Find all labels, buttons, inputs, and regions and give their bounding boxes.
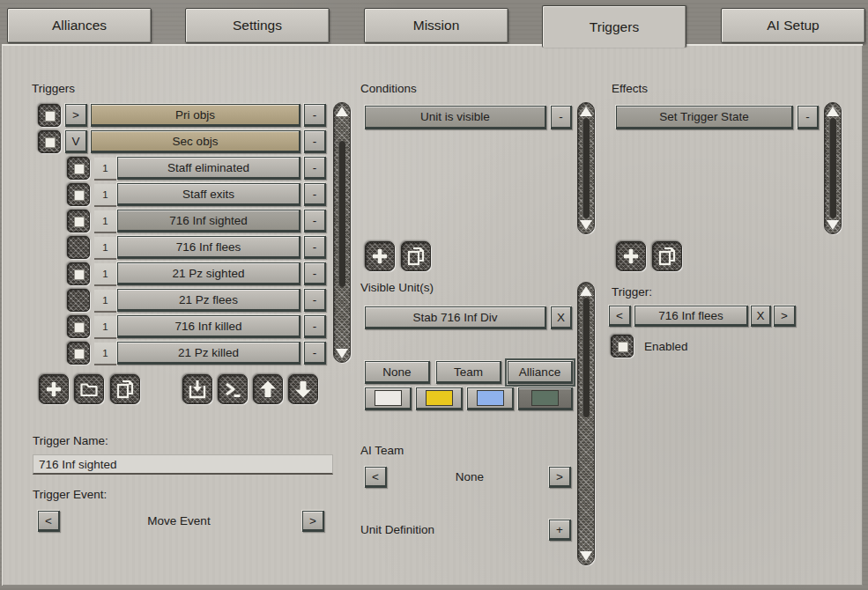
- effect-trigger-clear-button[interactable]: X: [751, 306, 771, 327]
- remove-trigger-button[interactable]: -: [304, 104, 326, 127]
- move-up-button[interactable]: [253, 374, 283, 404]
- prompt-trigger-button[interactable]: [218, 374, 248, 404]
- remove-trigger-button[interactable]: -: [304, 289, 326, 312]
- ai-team-prev-button[interactable]: <: [365, 467, 387, 488]
- import-trigger-button[interactable]: [182, 374, 212, 404]
- group-trigger-button[interactable]: [74, 374, 104, 404]
- ai-team-next-button[interactable]: >: [549, 467, 571, 488]
- scroll-up-icon[interactable]: [336, 107, 348, 116]
- trigger-count-field[interactable]: 1: [94, 263, 116, 286]
- trigger-active-checkbox[interactable]: [67, 210, 90, 232]
- scroll-thumb[interactable]: [338, 141, 345, 287]
- trigger-name-button[interactable]: 716 Inf flees: [117, 236, 300, 259]
- clear-visible-unit-button[interactable]: X: [551, 306, 572, 329]
- visible-units-scrollbar[interactable]: [577, 282, 595, 565]
- scroll-down-icon[interactable]: [580, 220, 592, 230]
- trigger-count-field[interactable]: 1: [94, 290, 116, 313]
- condition-item-button[interactable]: Unit is visible: [365, 106, 546, 129]
- tab-alliances[interactable]: Alliances: [7, 8, 152, 43]
- add-unit-definition-button[interactable]: +: [549, 520, 571, 541]
- checkbox-mark: [618, 342, 628, 352]
- remove-trigger-button[interactable]: -: [304, 262, 326, 285]
- trigger-active-checkbox[interactable]: [67, 289, 90, 312]
- remove-trigger-button[interactable]: -: [304, 315, 326, 338]
- trigger-count-field[interactable]: 1: [94, 184, 116, 207]
- scroll-up-icon[interactable]: [580, 107, 592, 116]
- remove-trigger-button[interactable]: -: [304, 183, 326, 206]
- remove-trigger-button[interactable]: -: [304, 210, 326, 232]
- trigger-event-prev-button[interactable]: <: [38, 511, 60, 532]
- trigger-name-button[interactable]: 21 Pz sighted: [117, 262, 300, 285]
- scroll-thumb[interactable]: [582, 118, 590, 218]
- scroll-down-icon[interactable]: [336, 349, 348, 358]
- tab-ai-setup[interactable]: AI Setup: [721, 8, 865, 43]
- effects-scrollbar[interactable]: [824, 102, 842, 234]
- triggers-scrollbar[interactable]: [333, 102, 351, 363]
- trigger-active-checkbox[interactable]: [67, 342, 90, 365]
- remove-trigger-button[interactable]: -: [304, 130, 326, 153]
- tab-label: AI Setup: [767, 18, 819, 33]
- effect-item-button[interactable]: Set Trigger State: [616, 106, 793, 129]
- trigger-count-field[interactable]: 1: [94, 158, 116, 181]
- duplicate-effect-button[interactable]: [652, 241, 682, 271]
- scroll-up-icon[interactable]: [580, 286, 592, 296]
- trigger-count-field[interactable]: 1: [94, 316, 116, 339]
- add-trigger-button[interactable]: [39, 374, 69, 404]
- tab-triggers[interactable]: Triggers: [542, 5, 686, 48]
- trigger-active-checkbox[interactable]: [67, 236, 90, 259]
- duplicate-trigger-button[interactable]: [110, 374, 140, 404]
- add-condition-button[interactable]: [365, 241, 395, 271]
- trigger-name-button[interactable]: Sec objs: [91, 130, 300, 153]
- trigger-count-field[interactable]: 1: [94, 343, 116, 365]
- visible-unit-button[interactable]: Stab 716 Inf Div: [365, 306, 546, 329]
- effect-trigger-value-button[interactable]: 716 Inf flees: [634, 306, 748, 327]
- trigger-name-button[interactable]: 716 Inf killed: [117, 315, 300, 338]
- trigger-name-button[interactable]: Staff exits: [117, 183, 300, 206]
- enabled-checkbox[interactable]: [611, 335, 634, 358]
- move-down-button[interactable]: [288, 374, 318, 404]
- scroll-thumb[interactable]: [829, 118, 836, 218]
- trigger-active-checkbox[interactable]: [67, 262, 90, 285]
- duplicate-condition-button[interactable]: [401, 241, 431, 271]
- duplicate-icon: [405, 246, 427, 267]
- scope-alliance-button[interactable]: Alliance: [508, 361, 573, 384]
- color-swatch-button-2[interactable]: [467, 387, 514, 410]
- conditions-scrollbar[interactable]: [577, 102, 595, 234]
- checkbox-mark: [74, 322, 85, 333]
- scroll-down-icon[interactable]: [827, 220, 839, 230]
- effect-trigger-next-button[interactable]: >: [774, 306, 796, 327]
- group-toggle-button[interactable]: >: [65, 104, 87, 127]
- color-swatch-button-1[interactable]: [416, 387, 463, 410]
- effect-trigger-prev-button[interactable]: <: [609, 306, 631, 327]
- group-toggle-button[interactable]: V: [65, 130, 87, 153]
- remove-trigger-button[interactable]: -: [304, 157, 326, 180]
- trigger-name-button[interactable]: 21 Pz flees: [117, 289, 300, 312]
- trigger-name-button[interactable]: 21 Pz killed: [117, 342, 300, 365]
- trigger-count-field[interactable]: 1: [94, 237, 116, 260]
- scope-none-button[interactable]: None: [365, 361, 430, 384]
- trigger-name-button[interactable]: Staff eliminated: [117, 157, 300, 180]
- trigger-active-checkbox[interactable]: [38, 104, 61, 127]
- tab-settings[interactable]: Settings: [185, 8, 330, 43]
- remove-condition-button[interactable]: -: [551, 106, 572, 129]
- scroll-thumb[interactable]: [582, 298, 590, 417]
- color-swatch-button-3[interactable]: [518, 387, 573, 410]
- trigger-active-checkbox[interactable]: [67, 157, 90, 180]
- trigger-count-field[interactable]: 1: [94, 210, 116, 233]
- trigger-event-next-button[interactable]: >: [302, 511, 324, 532]
- scope-team-button[interactable]: Team: [436, 361, 501, 384]
- remove-effect-button[interactable]: -: [798, 106, 819, 129]
- add-effect-button[interactable]: [616, 241, 646, 271]
- scroll-down-icon[interactable]: [580, 551, 592, 561]
- trigger-name-button[interactable]: 716 Inf sighted: [117, 210, 300, 232]
- trigger-active-checkbox[interactable]: [67, 315, 90, 338]
- tab-mission[interactable]: Mission: [364, 8, 508, 43]
- remove-trigger-button[interactable]: -: [304, 342, 326, 365]
- trigger-name-button[interactable]: Pri objs: [91, 104, 300, 127]
- color-swatch-button-0[interactable]: [365, 387, 412, 410]
- trigger-name-input[interactable]: [33, 454, 333, 475]
- trigger-active-checkbox[interactable]: [67, 183, 90, 206]
- remove-trigger-button[interactable]: -: [304, 236, 326, 259]
- scroll-up-icon[interactable]: [827, 107, 839, 116]
- trigger-active-checkbox[interactable]: [38, 130, 61, 153]
